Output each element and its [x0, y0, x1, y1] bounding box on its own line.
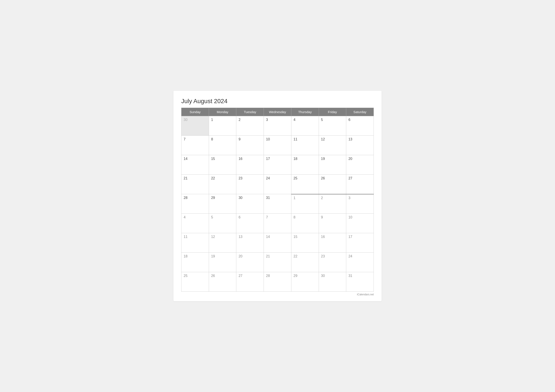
- header-cell-saturday: Saturday: [346, 108, 374, 116]
- calendar-day-cell[interactable]: 24: [264, 175, 291, 194]
- calendar-day-cell[interactable]: 6: [346, 116, 374, 136]
- calendar-table: SundayMondayTuesdayWednesdayThursdayFrid…: [181, 108, 374, 292]
- calendar-day-cell[interactable]: 4: [182, 214, 209, 233]
- calendar-day-cell[interactable]: 5: [209, 214, 236, 233]
- calendar-day-cell[interactable]: 10: [346, 214, 374, 233]
- calendar-week-row: 28293031123: [182, 194, 374, 214]
- calendar-day-cell[interactable]: 26: [209, 272, 236, 292]
- calendar-day-cell[interactable]: 28: [264, 272, 291, 292]
- calendar-day-cell[interactable]: 9: [236, 136, 264, 155]
- calendar-header: SundayMondayTuesdayWednesdayThursdayFrid…: [182, 108, 374, 116]
- calendar-day-cell[interactable]: 27: [346, 175, 374, 194]
- calendar-day-cell[interactable]: 21: [264, 253, 291, 272]
- calendar-day-cell[interactable]: 18: [182, 253, 209, 272]
- calendar-week-row: 30123456: [182, 116, 374, 136]
- header-cell-monday: Monday: [209, 108, 236, 116]
- calendar-day-cell[interactable]: 1: [209, 116, 236, 136]
- header-cell-thursday: Thursday: [291, 108, 319, 116]
- calendar-day-cell[interactable]: 30: [319, 272, 346, 292]
- calendar-day-cell[interactable]: 12: [209, 233, 236, 253]
- calendar-day-cell[interactable]: 24: [346, 253, 374, 272]
- calendar-day-cell[interactable]: 16: [319, 233, 346, 253]
- calendar-day-cell[interactable]: 3: [264, 116, 291, 136]
- calendar-day-cell[interactable]: 17: [346, 233, 374, 253]
- calendar-body: 3012345678910111213141516171819202122232…: [182, 116, 374, 292]
- calendar-day-cell[interactable]: 6: [236, 214, 264, 233]
- calendar-container: July August 2024 SundayMondayTuesdayWedn…: [174, 91, 381, 301]
- calendar-day-cell[interactable]: 20: [346, 155, 374, 175]
- calendar-day-cell[interactable]: 29: [209, 194, 236, 214]
- calendar-week-row: 45678910: [182, 214, 374, 233]
- calendar-day-cell[interactable]: 3: [346, 194, 374, 214]
- calendar-day-cell[interactable]: 7: [264, 214, 291, 233]
- calendar-day-cell[interactable]: 13: [236, 233, 264, 253]
- calendar-day-cell[interactable]: 29: [291, 272, 319, 292]
- calendar-footer: iCalendars.net: [181, 293, 374, 296]
- calendar-day-cell[interactable]: 25: [291, 175, 319, 194]
- calendar-day-cell[interactable]: 11: [291, 136, 319, 155]
- calendar-day-cell[interactable]: 9: [319, 214, 346, 233]
- calendar-day-cell[interactable]: 21: [182, 175, 209, 194]
- calendar-day-cell[interactable]: 8: [209, 136, 236, 155]
- calendar-day-cell[interactable]: 7: [182, 136, 209, 155]
- calendar-week-row: 25262728293031: [182, 272, 374, 292]
- calendar-day-cell[interactable]: 4: [291, 116, 319, 136]
- calendar-day-cell[interactable]: 19: [319, 155, 346, 175]
- calendar-day-cell[interactable]: 23: [236, 175, 264, 194]
- calendar-day-cell[interactable]: 11: [182, 233, 209, 253]
- calendar-day-cell[interactable]: 12: [319, 136, 346, 155]
- calendar-day-cell[interactable]: 26: [319, 175, 346, 194]
- calendar-day-cell[interactable]: 16: [236, 155, 264, 175]
- calendar-day-cell[interactable]: 31: [346, 272, 374, 292]
- header-cell-tuesday: Tuesday: [236, 108, 264, 116]
- calendar-day-cell[interactable]: 30: [236, 194, 264, 214]
- calendar-day-cell[interactable]: 10: [264, 136, 291, 155]
- calendar-week-row: 18192021222324: [182, 253, 374, 272]
- header-cell-sunday: Sunday: [182, 108, 209, 116]
- calendar-day-cell[interactable]: 23: [319, 253, 346, 272]
- calendar-day-cell[interactable]: 31: [264, 194, 291, 214]
- calendar-day-cell[interactable]: 2: [236, 116, 264, 136]
- calendar-day-cell[interactable]: 19: [209, 253, 236, 272]
- calendar-day-cell[interactable]: 17: [264, 155, 291, 175]
- calendar-day-cell[interactable]: 22: [291, 253, 319, 272]
- calendar-day-cell[interactable]: 27: [236, 272, 264, 292]
- header-row: SundayMondayTuesdayWednesdayThursdayFrid…: [182, 108, 374, 116]
- calendar-day-cell[interactable]: 8: [291, 214, 319, 233]
- calendar-day-cell[interactable]: 13: [346, 136, 374, 155]
- calendar-day-cell[interactable]: 15: [209, 155, 236, 175]
- calendar-day-cell[interactable]: 22: [209, 175, 236, 194]
- header-cell-wednesday: Wednesday: [264, 108, 291, 116]
- calendar-day-cell[interactable]: 25: [182, 272, 209, 292]
- calendar-day-cell[interactable]: 1: [291, 194, 319, 214]
- calendar-day-cell[interactable]: 20: [236, 253, 264, 272]
- header-cell-friday: Friday: [319, 108, 346, 116]
- calendar-title: July August 2024: [181, 98, 374, 105]
- calendar-day-cell[interactable]: 2: [319, 194, 346, 214]
- calendar-day-cell[interactable]: 28: [182, 194, 209, 214]
- calendar-day-cell[interactable]: 30: [182, 116, 209, 136]
- calendar-day-cell[interactable]: 14: [182, 155, 209, 175]
- calendar-week-row: 21222324252627: [182, 175, 374, 194]
- calendar-week-row: 14151617181920: [182, 155, 374, 175]
- calendar-week-row: 78910111213: [182, 136, 374, 155]
- calendar-day-cell[interactable]: 15: [291, 233, 319, 253]
- calendar-week-row: 11121314151617: [182, 233, 374, 253]
- calendar-day-cell[interactable]: 18: [291, 155, 319, 175]
- calendar-day-cell[interactable]: 14: [264, 233, 291, 253]
- calendar-day-cell[interactable]: 5: [319, 116, 346, 136]
